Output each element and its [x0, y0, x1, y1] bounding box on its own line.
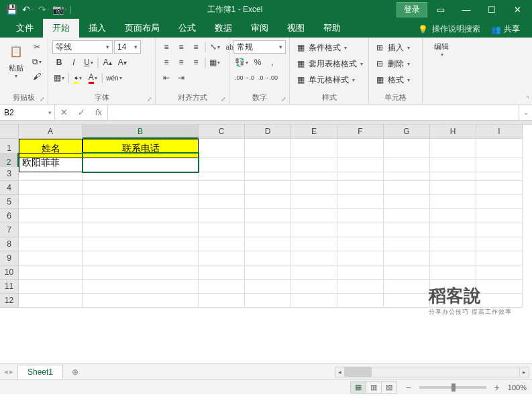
shrink-font-button[interactable]: A▾ — [115, 56, 129, 69]
cell-I10[interactable] — [476, 265, 523, 280]
tab-page-layout[interactable]: 页面布局 — [115, 19, 169, 38]
cell-B8[interactable] — [83, 237, 199, 251]
cell-F6[interactable] — [337, 209, 384, 223]
bold-button[interactable]: B — [52, 56, 66, 69]
cell-A9[interactable] — [19, 251, 83, 265]
cell-B12[interactable] — [83, 294, 199, 308]
cell-F7[interactable] — [337, 223, 384, 237]
cell-F9[interactable] — [337, 251, 384, 265]
cell-E12[interactable] — [291, 294, 337, 308]
cell-H7[interactable] — [430, 223, 476, 237]
cell-B2[interactable] — [83, 153, 199, 172]
save-icon[interactable]: 💾 — [4, 2, 19, 17]
zoom-out-button[interactable]: − — [403, 382, 413, 393]
accounting-format-button[interactable]: 💱▾ — [233, 56, 250, 69]
number-dialog-icon[interactable]: ⤢ — [281, 96, 286, 103]
cell-I6[interactable] — [476, 209, 523, 223]
cell-B4[interactable] — [83, 181, 199, 195]
cell-F8[interactable] — [337, 237, 384, 251]
cell-D8[interactable] — [245, 237, 291, 251]
row-header-11[interactable]: 11 — [0, 280, 19, 294]
row-header-8[interactable]: 8 — [0, 237, 19, 251]
col-header-F[interactable]: F — [337, 125, 384, 139]
cell-B6[interactable] — [83, 209, 199, 223]
share-button[interactable]: 👥 共享 — [486, 21, 525, 38]
cell-D11[interactable] — [245, 280, 291, 294]
tell-me-search[interactable]: 💡 操作说明搜索 — [413, 21, 486, 38]
cell-C6[interactable] — [199, 209, 245, 223]
cell-H5[interactable] — [430, 195, 476, 209]
horizontal-scrollbar[interactable]: ◂▸ — [335, 367, 529, 377]
align-bottom-button[interactable]: ≡ — [189, 40, 203, 54]
cell-D10[interactable] — [245, 265, 291, 280]
cell-G5[interactable] — [384, 195, 430, 209]
cell-H3[interactable] — [430, 167, 476, 181]
page-break-view-icon[interactable]: ▧ — [381, 381, 397, 394]
tab-data[interactable]: 数据 — [205, 19, 242, 38]
col-header-C[interactable]: C — [199, 125, 245, 139]
delete-cells-button[interactable]: ⊟删除▾ — [373, 56, 418, 71]
cell-I8[interactable] — [476, 237, 523, 251]
cell-F4[interactable] — [337, 181, 384, 195]
cell-E6[interactable] — [291, 209, 337, 223]
cell-D4[interactable] — [245, 181, 291, 195]
increase-indent-button[interactable]: ⇥ — [174, 71, 188, 84]
cell-G6[interactable] — [384, 209, 430, 223]
cancel-formula-icon[interactable]: ✕ — [55, 107, 72, 117]
format-painter-icon[interactable]: 🖌 — [30, 70, 44, 83]
cell-F12[interactable] — [337, 294, 384, 308]
name-box[interactable]: B2 — [0, 105, 55, 120]
borders-button[interactable]: ▦▾ — [52, 71, 66, 84]
cell-C4[interactable] — [199, 181, 245, 195]
row-header-4[interactable]: 4 — [0, 181, 19, 195]
cell-H6[interactable] — [430, 209, 476, 223]
tab-insert[interactable]: 插入 — [79, 19, 115, 38]
font-dialog-icon[interactable]: ⤢ — [147, 96, 152, 103]
col-header-E[interactable]: E — [291, 125, 337, 139]
cell-H11[interactable] — [430, 280, 476, 294]
normal-view-icon[interactable]: ▦ — [350, 381, 366, 394]
cell-F5[interactable] — [337, 195, 384, 209]
cell-G8[interactable] — [384, 237, 430, 251]
align-dialog-icon[interactable]: ⤢ — [221, 96, 226, 103]
tab-review[interactable]: 审阅 — [242, 19, 278, 38]
formula-input[interactable] — [108, 105, 519, 120]
cell-G7[interactable] — [384, 223, 430, 237]
decrease-decimal-button[interactable]: .0→.00 — [257, 71, 279, 84]
cell-A4[interactable] — [19, 181, 83, 195]
cell-B9[interactable] — [83, 251, 199, 265]
cell-G9[interactable] — [384, 251, 430, 265]
enter-formula-icon[interactable]: ✓ — [72, 107, 90, 117]
tab-view[interactable]: 视图 — [278, 19, 314, 38]
align-top-button[interactable]: ≡ — [160, 40, 173, 54]
format-table-button[interactable]: ▦套用表格格式▾ — [294, 56, 364, 71]
align-center-button[interactable]: ≡ — [174, 56, 188, 69]
insert-cells-button[interactable]: ⊞插入▾ — [373, 40, 418, 55]
align-middle-button[interactable]: ≡ — [174, 40, 188, 54]
cell-F10[interactable] — [337, 265, 384, 280]
cell-B5[interactable] — [83, 195, 199, 209]
redo-icon[interactable]: ↷▾ — [36, 2, 51, 17]
cell-G12[interactable] — [384, 294, 430, 308]
cell-E11[interactable] — [291, 280, 337, 294]
cell-E5[interactable] — [291, 195, 337, 209]
row-header-12[interactable]: 12 — [0, 294, 19, 308]
sheet-nav[interactable]: ◂▸ — [0, 367, 17, 376]
cell-E8[interactable] — [291, 237, 337, 251]
zoom-level[interactable]: 100% — [508, 383, 527, 392]
cell-C7[interactable] — [199, 223, 245, 237]
cell-E10[interactable] — [291, 265, 337, 280]
cell-I11[interactable] — [476, 280, 523, 294]
zoom-slider[interactable] — [419, 386, 486, 389]
undo-icon[interactable]: ↶▾ — [20, 2, 35, 17]
format-cells-button[interactable]: ▦格式▾ — [373, 72, 418, 87]
comma-button[interactable]: , — [266, 56, 279, 69]
cell-H8[interactable] — [430, 237, 476, 251]
cut-icon[interactable]: ✂ — [30, 40, 44, 54]
cell-C5[interactable] — [199, 195, 245, 209]
fx-icon[interactable]: fx — [90, 107, 107, 117]
underline-button[interactable]: U▾ — [82, 56, 95, 69]
cell-D9[interactable] — [245, 251, 291, 265]
zoom-in-button[interactable]: + — [492, 382, 502, 393]
fill-color-button[interactable]: ⬥▾ — [71, 71, 85, 84]
